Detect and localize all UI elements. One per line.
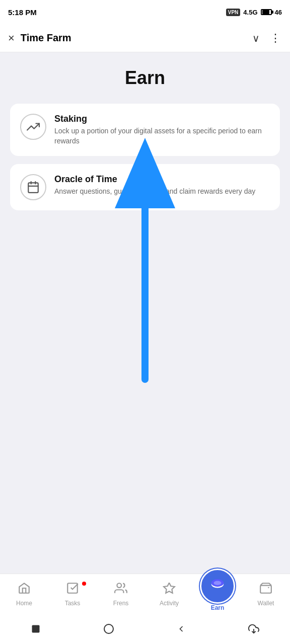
earn-icon (210, 577, 225, 595)
nav-tasks[interactable]: Tasks (55, 582, 90, 607)
system-nav-bar (0, 614, 290, 644)
more-menu-button[interactable]: ⋮ (270, 32, 282, 45)
staking-card[interactable]: Staking Lock up a portion of your digita… (10, 104, 280, 156)
staking-content: Staking Lock up a portion of your digita… (54, 114, 270, 146)
wallet-icon (259, 582, 272, 598)
nav-activity-label: Activity (160, 600, 179, 607)
status-bar: 5:18 PM VPN 4.5G 46 (0, 0, 290, 24)
nav-home[interactable]: Home (7, 582, 42, 607)
nav-activity[interactable]: Activity (152, 582, 187, 607)
app-title: Time Farm (21, 32, 71, 44)
signal-text: 4.5G (243, 9, 257, 16)
svg-rect-6 (67, 583, 78, 593)
app-header: × Time Farm ∨ ⋮ (0, 24, 290, 52)
nav-frens-label: Frens (113, 600, 129, 607)
bottom-nav: Home Tasks Frens Activity (0, 574, 290, 614)
home-icon (18, 582, 31, 598)
vpn-badge: VPN (226, 9, 241, 16)
sys-square-button[interactable] (31, 624, 41, 634)
header-left: × Time Farm (8, 32, 71, 45)
tasks-icon (66, 582, 79, 598)
activity-icon (163, 582, 176, 598)
nav-tasks-label: Tasks (65, 600, 81, 607)
svg-rect-11 (260, 585, 271, 593)
status-time: 5:18 PM (8, 8, 37, 17)
sys-circle-button[interactable] (103, 623, 115, 635)
nav-wallet-label: Wallet (258, 600, 274, 607)
earn-icon-wrapper (201, 570, 234, 602)
svg-point-7 (117, 583, 121, 588)
chevron-down-button[interactable]: ∨ (252, 32, 260, 44)
sys-download-button[interactable] (248, 623, 259, 634)
oracle-content: Oracle of Time Answer questions, guess t… (54, 174, 255, 197)
staking-description: Lock up a portion of your digital assets… (54, 126, 270, 146)
tasks-notification-dot (82, 582, 86, 586)
battery-icon (261, 9, 272, 15)
close-button[interactable]: × (8, 32, 15, 45)
status-icons: VPN 4.5G 46 (226, 9, 282, 16)
svg-point-13 (104, 624, 113, 633)
page-title: Earn (10, 67, 280, 89)
frens-icon (114, 582, 127, 598)
svg-rect-0 (28, 183, 38, 193)
oracle-card[interactable]: Oracle of Time Answer questions, guess t… (10, 164, 280, 210)
nav-frens[interactable]: Frens (103, 582, 138, 607)
nav-earn[interactable]: Earn (200, 577, 235, 611)
main-content: Earn Staking Lock up a portion of your d… (0, 52, 290, 574)
oracle-description: Answer questions, guess the dates and cl… (54, 187, 255, 197)
staking-icon (20, 114, 46, 140)
nav-earn-label: Earn (211, 604, 225, 611)
battery-level: 46 (275, 9, 282, 16)
nav-wallet[interactable]: Wallet (248, 582, 283, 607)
sys-back-button[interactable] (176, 624, 186, 634)
nav-home-label: Home (16, 600, 32, 607)
oracle-title: Oracle of Time (54, 174, 255, 185)
oracle-icon (20, 174, 46, 200)
staking-title: Staking (54, 114, 270, 124)
svg-point-10 (214, 581, 221, 585)
svg-rect-12 (32, 625, 40, 633)
header-right: ∨ ⋮ (252, 32, 282, 45)
